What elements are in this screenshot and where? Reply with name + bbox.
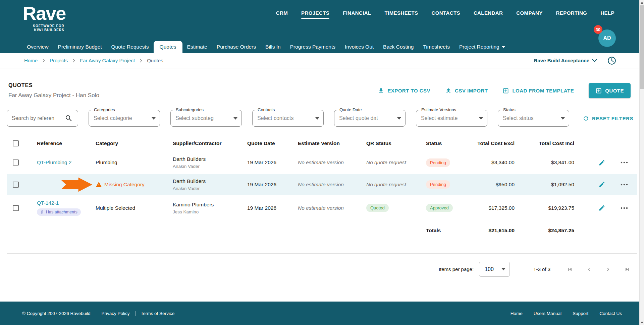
supplier-contact: Jess Kamino: [173, 209, 247, 214]
tab-back-costing[interactable]: Back Costing: [378, 41, 418, 53]
search-box[interactable]: [7, 110, 78, 127]
top-nav-timesheets[interactable]: TIMESHEETS: [385, 10, 418, 19]
notification-badge[interactable]: 30: [594, 25, 602, 34]
table-bottom-border: [7, 240, 637, 254]
csv-import-button[interactable]: CSV IMPORT: [445, 87, 488, 94]
new-quote-button[interactable]: QUOTE: [589, 83, 631, 98]
pager-controls: [567, 266, 631, 273]
rave-logo[interactable]: Rave SOFTWARE FOR KIWI BUILDERS: [23, 3, 66, 32]
tab-quote-requests[interactable]: Quote Requests: [107, 41, 154, 53]
tab-project-reporting[interactable]: Project Reporting: [454, 41, 510, 53]
pagination-bar: Items per page: 100 1-3 of 3: [0, 262, 631, 277]
history-clock-icon[interactable]: [607, 56, 616, 65]
subcategories-filter[interactable]: Subcategories Select subcateg: [170, 110, 242, 127]
tab-estimate[interactable]: Estimate: [182, 41, 212, 53]
search-icon[interactable]: [65, 114, 73, 122]
items-per-page-label: Items per page:: [439, 266, 474, 272]
footer-users-manual[interactable]: Users Manual: [534, 311, 561, 316]
tab-timesheets[interactable]: Timesheets: [418, 41, 454, 53]
table-row[interactable]: QT-Plumbing 2 Plumbing Darth Builders An…: [7, 151, 637, 174]
load-from-template-button[interactable]: LOAD FROM TEMPLATE: [502, 87, 574, 94]
quote-reference-link[interactable]: QT-142-1: [37, 200, 59, 206]
tab-quotes[interactable]: Quotes: [154, 41, 182, 53]
user-menu[interactable]: 30 AD: [598, 29, 616, 47]
supplier-name: Darth Builders: [173, 156, 247, 162]
vertical-scrollbar[interactable]: [639, 0, 644, 325]
breadcrumb-current: Quotes: [147, 58, 163, 63]
next-page-icon[interactable]: [605, 266, 611, 273]
breadcrumb-projects[interactable]: Projects: [50, 58, 68, 63]
tab-invoices-out[interactable]: Invoices Out: [340, 41, 378, 53]
title-block: QUOTES Far Away Galaxy Project - Han Sol…: [8, 82, 99, 99]
scroll-up-icon[interactable]: [640, 0, 644, 5]
logo-wordmark: Rave: [23, 3, 66, 23]
prev-page-icon[interactable]: [586, 266, 592, 273]
row-checkbox[interactable]: [13, 182, 19, 188]
table-row[interactable]: QT-142-1 Has attachments Multiple Select…: [7, 195, 637, 221]
contacts-filter[interactable]: Contacts Select contacts: [252, 110, 324, 127]
more-options-icon[interactable]: [620, 183, 628, 186]
scroll-down-icon[interactable]: [640, 320, 644, 325]
tab-overview[interactable]: Overview: [22, 41, 53, 53]
row-checkbox[interactable]: [13, 159, 19, 166]
top-nav-contacts[interactable]: CONTACTS: [431, 10, 460, 19]
footer-divider: [594, 311, 594, 316]
footer-divider: [528, 311, 528, 316]
status-filter[interactable]: Status Select status: [498, 110, 569, 127]
table-header-row: Reference Category Supplier/Contractor Q…: [7, 136, 637, 151]
col-quote-date: Quote Date: [247, 140, 298, 146]
more-options-icon[interactable]: [620, 207, 628, 209]
select-all-checkbox[interactable]: [13, 140, 19, 146]
quote-reference-link[interactable]: QT-Plumbing 2: [37, 159, 71, 165]
top-nav-help[interactable]: HELP: [600, 10, 614, 19]
breadcrumb-separator-icon: [42, 59, 45, 63]
footer-support[interactable]: Support: [573, 311, 588, 316]
quote-date-filter[interactable]: Quote Date Select quote dat: [334, 110, 406, 127]
footer-home[interactable]: Home: [511, 311, 523, 316]
top-nav-financial[interactable]: FINANCIAL: [343, 10, 371, 19]
edit-pencil-icon[interactable]: [598, 204, 605, 211]
refresh-icon: [583, 115, 589, 122]
last-page-icon[interactable]: [624, 266, 631, 273]
footer-terms[interactable]: Terms of Service: [141, 311, 175, 316]
more-options-icon[interactable]: [620, 161, 628, 164]
reset-filters-button[interactable]: RESET FILTERS: [583, 115, 633, 122]
export-to-csv-button[interactable]: EXPORT TO CSV: [378, 87, 430, 94]
categories-filter[interactable]: Categories Select categorie: [89, 110, 160, 127]
footer-left: © Copyright 2007-2026 Ravebuild Privacy …: [22, 311, 174, 316]
edit-pencil-icon[interactable]: [598, 181, 605, 188]
top-nav: CRM PROJECTS FINANCIAL TIMESHEETS CONTAC…: [276, 10, 614, 19]
project-switcher[interactable]: Rave Build Acceptance: [534, 58, 597, 63]
breadcrumb-project[interactable]: Far Away Galaxy Project: [80, 58, 135, 63]
tab-bills-in[interactable]: Bills In: [261, 41, 285, 53]
first-page-icon[interactable]: [567, 266, 573, 273]
breadcrumb-home[interactable]: Home: [24, 58, 38, 63]
scrollbar-thumb[interactable]: [640, 5, 644, 89]
col-estimate-version: Estimate Version: [298, 140, 366, 146]
row-checkbox[interactable]: [13, 205, 19, 211]
estimate-versions-filter[interactable]: Estimate Versions Select estimate: [416, 110, 487, 127]
top-nav-calendar[interactable]: CALENDAR: [474, 10, 503, 19]
top-nav-company[interactable]: COMPANY: [516, 10, 542, 19]
tab-purchase-orders[interactable]: Purchase Orders: [212, 41, 261, 53]
col-qr-status: QR Status: [366, 140, 426, 146]
breadcrumb-bar: Home Projects Far Away Galaxy Project Qu…: [0, 53, 644, 68]
chevron-down-icon: [592, 59, 597, 62]
missing-category-warning: Missing Category: [96, 182, 173, 188]
col-status: Status: [426, 140, 470, 146]
search-input[interactable]: [12, 115, 65, 121]
top-nav-projects[interactable]: PROJECTS: [301, 10, 329, 19]
col-reference: Reference: [37, 140, 96, 146]
add-box-icon: [502, 87, 509, 94]
top-nav-crm[interactable]: CRM: [276, 10, 288, 19]
quotes-table: Reference Category Supplier/Contractor Q…: [7, 136, 637, 254]
totals-row: Totals $21,615.00 $24,857.25: [7, 221, 637, 240]
items-per-page-select[interactable]: 100: [479, 262, 510, 277]
top-nav-reporting[interactable]: REPORTING: [556, 10, 587, 19]
table-row[interactable]: Missing Category Darth Builders Anakin V…: [7, 174, 637, 195]
footer-privacy-policy[interactable]: Privacy Policy: [102, 311, 130, 316]
footer-contact-us[interactable]: Contact Us: [599, 311, 622, 316]
tab-progress-payments[interactable]: Progress Payments: [285, 41, 340, 53]
edit-pencil-icon[interactable]: [598, 159, 605, 166]
tab-preliminary-budget[interactable]: Preliminary Budget: [53, 41, 107, 53]
